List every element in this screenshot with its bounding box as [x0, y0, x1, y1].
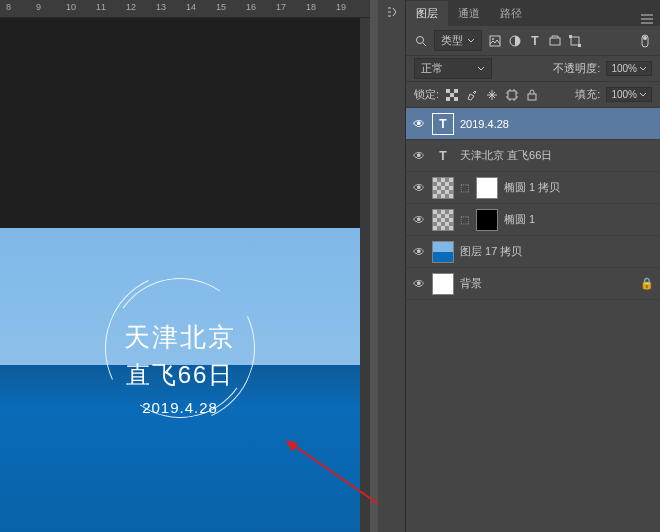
layer-row[interactable]: 👁 T 2019.4.28 [406, 108, 660, 140]
layer-row[interactable]: 👁 T 天津北京 直飞66日 [406, 140, 660, 172]
ruler-tick: 13 [156, 2, 166, 12]
layers-panel: 图层 通道 路径 类型 T [378, 0, 660, 532]
shape-layer-thumb [432, 177, 454, 199]
ruler-tick: 17 [276, 2, 286, 12]
canvas-text-group: 天津北京 直飞66日 2019.4.28 [0, 320, 360, 416]
ruler-tick: 16 [246, 2, 256, 12]
filter-toggle-icon[interactable] [638, 34, 652, 48]
lock-all-icon[interactable] [525, 88, 539, 102]
chevron-down-icon [477, 66, 485, 72]
layer-name: 2019.4.28 [460, 118, 509, 130]
lock-brush-icon[interactable] [465, 88, 479, 102]
filter-type-label: 类型 [441, 33, 463, 48]
filter-adjustment-icon[interactable] [508, 34, 522, 48]
panel-icon-column [378, 0, 406, 532]
layer-name: 天津北京 直飞66日 [460, 148, 552, 163]
image-layer-thumb [432, 241, 454, 263]
blend-mode-value: 正常 [421, 61, 443, 76]
svg-rect-8 [578, 44, 581, 47]
blend-mode-row: 正常 不透明度: 100% [406, 56, 660, 82]
fill-label: 填充: [575, 87, 600, 102]
blend-mode-dropdown[interactable]: 正常 [414, 58, 492, 79]
ruler-tick: 8 [6, 2, 11, 12]
svg-rect-16 [454, 97, 458, 101]
visibility-icon[interactable]: 👁 [412, 245, 426, 259]
panel-tabs: 图层 通道 路径 [406, 0, 660, 26]
svg-rect-18 [528, 94, 536, 100]
canvas-image[interactable]: 天津北京 直飞66日 2019.4.28 [0, 228, 360, 532]
filter-type-dropdown[interactable]: 类型 [434, 30, 482, 51]
ruler-tick: 12 [126, 2, 136, 12]
layer-row[interactable]: 👁 图层 17 拷贝 [406, 236, 660, 268]
lock-pixels-icon[interactable] [445, 88, 459, 102]
tab-paths[interactable]: 路径 [490, 1, 532, 26]
layer-list: 👁 T 2019.4.28 👁 T 天津北京 直飞66日 👁 ⬚ 椭圆 1 拷贝… [406, 108, 660, 300]
svg-point-3 [492, 38, 494, 40]
svg-point-1 [417, 36, 424, 43]
ruler-tick: 15 [216, 2, 226, 12]
mask-link-icon[interactable]: ⬚ [460, 214, 470, 225]
mask-link-icon[interactable]: ⬚ [460, 182, 470, 193]
lock-position-icon[interactable] [485, 88, 499, 102]
search-icon[interactable] [414, 34, 428, 48]
svg-rect-15 [446, 97, 450, 101]
lock-icon: 🔒 [640, 277, 654, 290]
ruler-tick: 9 [36, 2, 41, 12]
text-layer-thumb: T [432, 145, 454, 167]
svg-rect-13 [454, 89, 458, 93]
lock-row: 锁定: 填充: 100% [406, 82, 660, 108]
fill-input[interactable]: 100% [606, 87, 652, 102]
ruler-tick: 18 [306, 2, 316, 12]
canvas-area: 8 9 10 11 12 13 14 15 16 17 18 19 天津北京 直… [0, 0, 370, 532]
scrollbar-vertical[interactable] [360, 18, 370, 532]
visibility-icon[interactable]: 👁 [412, 181, 426, 195]
layer-row[interactable]: 👁 ⬚ 椭圆 1 拷贝 [406, 172, 660, 204]
svg-rect-12 [446, 89, 450, 93]
text-line-2: 直飞66日 [0, 359, 360, 391]
visibility-icon[interactable]: 👁 [412, 117, 426, 131]
filter-image-icon[interactable] [488, 34, 502, 48]
visibility-icon[interactable]: 👁 [412, 149, 426, 163]
filter-shape-icon[interactable] [548, 34, 562, 48]
svg-rect-7 [569, 35, 572, 38]
expand-panel-icon[interactable] [378, 0, 406, 24]
fill-value: 100% [611, 89, 637, 100]
ruler-tick: 14 [186, 2, 196, 12]
chevron-down-icon [467, 38, 475, 44]
layer-name: 椭圆 1 [504, 212, 535, 227]
chevron-down-icon [639, 92, 647, 98]
lock-artboard-icon[interactable] [505, 88, 519, 102]
bg-layer-thumb [432, 273, 454, 295]
svg-rect-14 [450, 93, 454, 97]
ruler-tick: 19 [336, 2, 346, 12]
opacity-label: 不透明度: [553, 61, 600, 76]
svg-point-10 [643, 36, 647, 40]
layer-name: 椭圆 1 拷贝 [504, 180, 560, 195]
ruler-tick: 10 [66, 2, 76, 12]
lock-label: 锁定: [414, 87, 439, 102]
filter-smart-icon[interactable] [568, 34, 582, 48]
layer-name: 图层 17 拷贝 [460, 244, 522, 259]
layer-row[interactable]: 👁 背景 🔒 [406, 268, 660, 300]
svg-rect-6 [571, 37, 579, 45]
visibility-icon[interactable]: 👁 [412, 277, 426, 291]
layer-mask-thumb[interactable] [476, 209, 498, 231]
filter-text-icon[interactable]: T [528, 34, 542, 48]
tab-channels[interactable]: 通道 [448, 1, 490, 26]
layer-mask-thumb[interactable] [476, 177, 498, 199]
panel-menu-icon[interactable] [640, 12, 654, 26]
chevron-down-icon [639, 66, 647, 72]
opacity-value: 100% [611, 63, 637, 74]
layer-name: 背景 [460, 276, 482, 291]
tab-layers[interactable]: 图层 [406, 1, 448, 26]
text-line-3: 2019.4.28 [0, 399, 360, 416]
ruler-tick: 11 [96, 2, 106, 12]
layer-row[interactable]: 👁 ⬚ 椭圆 1 [406, 204, 660, 236]
svg-rect-17 [508, 91, 516, 99]
ruler-horizontal: 8 9 10 11 12 13 14 15 16 17 18 19 [0, 0, 370, 18]
svg-rect-5 [550, 38, 560, 45]
layer-filter-row: 类型 T [406, 26, 660, 56]
visibility-icon[interactable]: 👁 [412, 213, 426, 227]
shape-layer-thumb [432, 209, 454, 231]
opacity-input[interactable]: 100% [606, 61, 652, 76]
